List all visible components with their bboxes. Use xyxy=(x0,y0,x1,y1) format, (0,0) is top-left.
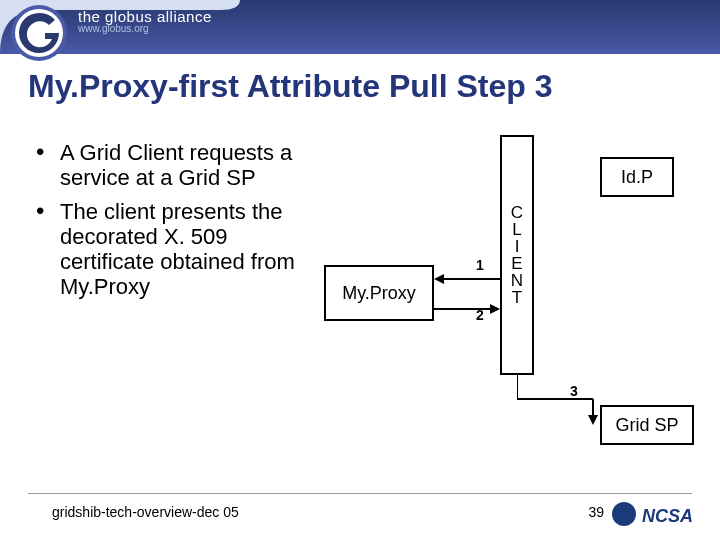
client-letter: T xyxy=(512,289,522,306)
header-banner: the globus alliance www.globus.org xyxy=(0,0,720,54)
gridsp-box: Grid SP xyxy=(600,405,694,445)
svg-marker-5 xyxy=(490,304,500,314)
client-letter: N xyxy=(511,272,523,289)
idp-box: Id.P xyxy=(600,157,674,197)
bullet-list: A Grid Client requests a service at a Gr… xyxy=(36,140,306,308)
client-box: C L I E N T xyxy=(500,135,534,375)
client-letter: L xyxy=(512,221,521,238)
client-letter: I xyxy=(515,238,520,255)
globus-logo-icon xyxy=(8,2,70,64)
bullet-item: A Grid Client requests a service at a Gr… xyxy=(36,140,306,191)
client-letter: C xyxy=(511,204,523,221)
ncsa-logo-icon: NCSA xyxy=(610,494,700,534)
client-letter: E xyxy=(511,255,522,272)
arrow-label-3: 3 xyxy=(570,383,578,399)
arrow-1 xyxy=(434,273,500,285)
svg-marker-9 xyxy=(588,415,598,425)
arrow-label-2: 2 xyxy=(476,307,484,323)
page-number: 39 xyxy=(588,504,604,520)
arrow-2 xyxy=(434,303,500,315)
footer-divider xyxy=(28,493,692,494)
svg-marker-3 xyxy=(434,274,444,284)
banner-text: the globus alliance www.globus.org xyxy=(78,8,212,34)
slide-title: My.Proxy-first Attribute Pull Step 3 xyxy=(28,68,553,105)
arrow-3 xyxy=(517,375,607,431)
arrow-label-1: 1 xyxy=(476,257,484,273)
bullet-item: The client presents the decorated X. 509… xyxy=(36,199,306,300)
svg-text:NCSA: NCSA xyxy=(642,506,693,526)
architecture-diagram: My.Proxy C L I E N T Id.P Grid SP 1 2 3 xyxy=(320,135,700,455)
svg-point-10 xyxy=(612,502,636,526)
slide: the globus alliance www.globus.org My.Pr… xyxy=(0,0,720,540)
footer-left-text: gridshib-tech-overview-dec 05 xyxy=(52,504,239,520)
myproxy-box: My.Proxy xyxy=(324,265,434,321)
